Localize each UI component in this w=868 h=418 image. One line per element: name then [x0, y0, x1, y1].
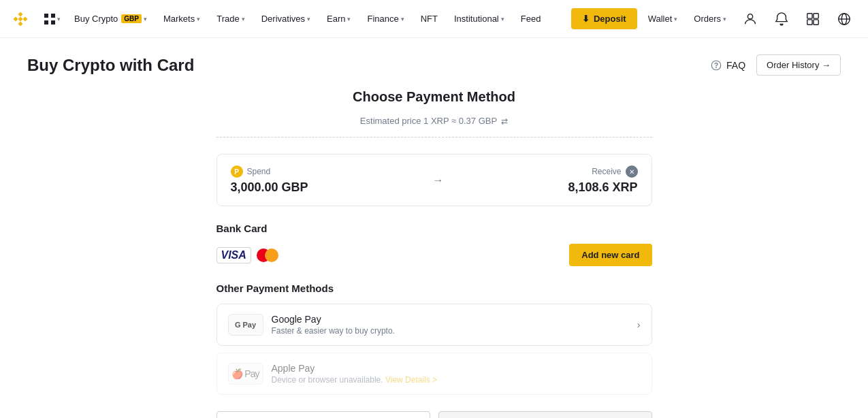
nav-earn[interactable]: Earn ▾ — [321, 0, 356, 38]
earn-arrow-icon: ▾ — [347, 16, 351, 22]
deposit-button[interactable]: ⬇ Deposit — [571, 8, 637, 29]
notifications-icon[interactable] — [769, 12, 794, 27]
navbar: ▾ Buy Crypto GBP ▾ Markets ▾ Trade ▾ Der… — [0, 0, 868, 38]
derivatives-arrow-icon: ▾ — [307, 16, 310, 22]
nav-markets[interactable]: Markets ▾ — [158, 0, 206, 38]
svg-rect-7 — [51, 14, 55, 18]
main-content: Choose Payment Method Estimated price 1 … — [203, 89, 666, 418]
user-account-icon[interactable] — [737, 12, 763, 27]
wallet-arrow-icon: ▾ — [674, 16, 677, 22]
google-pay-logo: G Pay — [228, 314, 263, 336]
card-logos: VISA — [216, 247, 278, 263]
svg-marker-2 — [14, 16, 18, 21]
visa-logo: VISA — [216, 247, 251, 263]
svg-rect-9 — [51, 20, 55, 25]
spend-side: P Spend 3,000.00 GBP — [231, 165, 308, 195]
estimated-price: Estimated price 1 XRP ≈ 0.37 GBP ⇄ — [216, 116, 652, 138]
add-new-card-button[interactable]: Add new card — [569, 244, 652, 266]
nav-finance[interactable]: Finance ▾ — [361, 0, 409, 38]
logo[interactable] — [11, 10, 30, 29]
wallet-menu[interactable]: Wallet ▾ — [643, 14, 684, 24]
section-title: Choose Payment Method — [216, 89, 652, 105]
apple-pay-name: Apple Pay — [272, 363, 438, 374]
download-icon: ⬇ — [582, 14, 590, 24]
grid-icon — [44, 13, 56, 25]
apple-pay-option: 🍎 Pay Apple Pay Device or browser unavai… — [216, 353, 652, 395]
google-pay-desc: Faster & easier way to buy crypto. — [272, 326, 395, 336]
apple-pay-desc: Device or browser unavailable. View Deta… — [272, 375, 438, 385]
bank-card-row: VISA Add new card — [216, 244, 652, 266]
nav-trade[interactable]: Trade ▾ — [211, 0, 250, 38]
svg-point-10 — [748, 14, 752, 18]
nav-institutional[interactable]: Institutional ▾ — [449, 0, 510, 38]
receive-value: 8,108.6 XRP — [568, 180, 637, 195]
finance-arrow-icon: ▾ — [401, 16, 404, 22]
svg-marker-5 — [18, 21, 23, 26]
trade-arrow-icon: ▾ — [242, 16, 245, 22]
download-icon-btn[interactable] — [800, 12, 826, 27]
mc-right-circle — [265, 248, 278, 262]
download-app-icon — [805, 12, 820, 27]
orders-arrow-icon: ▾ — [723, 16, 726, 22]
institutional-arrow-icon: ▾ — [501, 16, 504, 22]
mastercard-logo — [257, 248, 278, 262]
bottom-buttons: Previous Continue — [216, 411, 652, 418]
faq-button[interactable]: ? FAQ — [710, 59, 745, 71]
bell-icon — [774, 12, 789, 27]
nav-feed[interactable]: Feed — [515, 0, 547, 38]
transaction-arrow-icon: → — [433, 174, 444, 187]
grid-button[interactable]: ▾ — [41, 10, 63, 28]
previous-button[interactable]: Previous — [216, 411, 430, 418]
svg-marker-1 — [18, 12, 23, 16]
orders-menu[interactable]: Orders ▾ — [688, 14, 732, 24]
grid-arrow-icon: ▾ — [57, 16, 61, 22]
binance-logo-icon — [11, 10, 30, 29]
google-pay-name: Google Pay — [272, 314, 395, 325]
view-details-link[interactable]: View Details > — [385, 375, 437, 385]
page-header-right: ? FAQ Order History → — [710, 54, 841, 76]
svg-rect-11 — [807, 13, 812, 18]
receive-close-icon[interactable]: ✕ — [626, 165, 638, 178]
receive-side: Receive ✕ 8,108.6 XRP — [568, 165, 637, 195]
page-title: Buy Crypto with Card — [27, 56, 194, 75]
svg-rect-8 — [44, 20, 48, 25]
language-selector[interactable] — [831, 12, 857, 27]
svg-rect-6 — [44, 14, 48, 18]
continue-button: Continue — [438, 411, 652, 418]
svg-rect-12 — [814, 13, 818, 18]
spend-value: 3,000.00 GBP — [231, 180, 308, 195]
nav-derivatives[interactable]: Derivatives ▾ — [256, 0, 316, 38]
nav-buy-crypto[interactable]: Buy Crypto GBP ▾ — [69, 0, 152, 38]
svg-marker-4 — [23, 16, 28, 21]
globe-icon — [837, 12, 852, 27]
markets-arrow-icon: ▾ — [197, 16, 200, 22]
profile-icon — [743, 12, 758, 27]
svg-rect-13 — [807, 19, 812, 24]
swap-icon[interactable]: ⇄ — [501, 116, 508, 126]
svg-marker-3 — [18, 16, 23, 21]
transaction-box: P Spend 3,000.00 GBP → Receive ✕ 8,108.6… — [216, 154, 652, 206]
nav-nft[interactable]: NFT — [415, 0, 443, 38]
spend-icon: P — [231, 165, 243, 178]
google-pay-option[interactable]: G Pay Google Pay Faster & easier way to … — [216, 304, 652, 346]
buy-crypto-arrow-icon: ▾ — [144, 16, 147, 22]
apple-pay-logo: 🍎 Pay — [228, 363, 263, 385]
svg-text:?: ? — [714, 61, 718, 69]
svg-rect-14 — [814, 19, 818, 24]
bank-card-section-label: Bank Card — [216, 223, 652, 234]
order-history-button[interactable]: Order History → — [756, 54, 841, 76]
page-header: Buy Crypto with Card ? FAQ Order History… — [0, 38, 868, 89]
other-methods-label: Other Payment Methods — [216, 283, 652, 294]
faq-icon: ? — [710, 59, 722, 71]
google-pay-arrow-icon: › — [637, 319, 641, 330]
